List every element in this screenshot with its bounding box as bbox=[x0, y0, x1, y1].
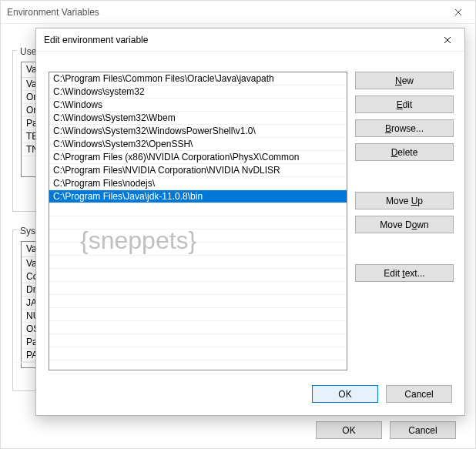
env-vars-title: Environment Variables bbox=[7, 7, 99, 18]
system-var-row[interactable]: OS bbox=[22, 323, 37, 336]
path-entry[interactable]: C:\Program Files\Common Files\Oracle\Jav… bbox=[49, 72, 347, 85]
path-entry-empty[interactable] bbox=[49, 216, 347, 230]
edit-text-button[interactable]: Edit text... bbox=[355, 264, 454, 282]
system-var-row[interactable]: NU bbox=[22, 310, 37, 323]
edit-env-var-bottom-buttons: OK Cancel bbox=[312, 385, 452, 403]
path-entry-empty[interactable] bbox=[49, 269, 347, 282]
move-up-button[interactable]: Move Up bbox=[355, 192, 454, 209]
edit-button[interactable]: Edit bbox=[355, 95, 454, 113]
path-entry[interactable]: C:\Program Files\NVIDIA Corporation\NVID… bbox=[49, 164, 347, 177]
system-var-row[interactable]: Co bbox=[22, 270, 37, 283]
user-var-row[interactable]: Va bbox=[22, 78, 37, 91]
env-vars-titlebar: Environment Variables bbox=[1, 1, 475, 24]
path-entry-empty[interactable] bbox=[49, 347, 347, 360]
delete-button[interactable]: Delete bbox=[355, 143, 454, 161]
edit-env-var-title: Edit environment variable bbox=[44, 35, 148, 45]
path-entry[interactable]: C:\Windows bbox=[49, 99, 347, 112]
move-down-button[interactable]: Move Down bbox=[355, 216, 454, 233]
user-var-row[interactable]: Pa bbox=[22, 117, 37, 130]
user-var-row[interactable]: TE bbox=[22, 130, 37, 143]
edit-env-var-body: C:\Program Files\Common Files\Oracle\Jav… bbox=[49, 72, 452, 403]
system-var-row[interactable]: JA bbox=[22, 297, 37, 310]
path-entry-empty[interactable] bbox=[49, 230, 347, 243]
path-entry[interactable]: C:\Program Files\nodejs\ bbox=[49, 177, 347, 190]
edit-env-var-cancel-button[interactable]: Cancel bbox=[386, 385, 452, 403]
path-entry[interactable]: C:\Windows\System32\OpenSSH\ bbox=[49, 138, 347, 151]
user-vars-header: Va bbox=[22, 62, 37, 78]
user-var-row[interactable]: TN bbox=[22, 143, 37, 156]
path-entry[interactable]: C:\Windows\System32\WindowsPowerShell\v1… bbox=[49, 125, 347, 138]
close-icon bbox=[444, 36, 451, 44]
close-icon bbox=[454, 8, 462, 16]
path-entry[interactable]: C:\Program Files\Java\jdk-11.0.8\bin bbox=[49, 190, 347, 203]
path-entry-empty[interactable] bbox=[49, 321, 347, 334]
system-var-row[interactable]: Pa bbox=[22, 336, 37, 349]
env-vars-ok-button[interactable]: OK bbox=[316, 421, 382, 439]
path-entry-empty[interactable] bbox=[49, 282, 347, 295]
path-entry-empty[interactable] bbox=[49, 295, 347, 308]
edit-env-var-dialog: Edit environment variable C:\Program Fil… bbox=[35, 28, 465, 416]
path-entry[interactable]: C:\Program Files (x86)\NVIDIA Corporatio… bbox=[49, 151, 347, 164]
env-vars-cancel-button[interactable]: Cancel bbox=[390, 421, 456, 439]
new-button[interactable]: New bbox=[355, 72, 454, 89]
edit-env-var-titlebar: Edit environment variable bbox=[36, 28, 464, 52]
path-entry-empty[interactable] bbox=[49, 334, 347, 347]
user-var-row[interactable]: On bbox=[22, 104, 37, 117]
side-button-column: New Edit Browse... Delete Move Up Move D… bbox=[355, 72, 454, 282]
path-entry-empty[interactable] bbox=[49, 243, 347, 256]
browse-button[interactable]: Browse... bbox=[355, 119, 454, 137]
system-var-row[interactable]: Dr bbox=[22, 283, 37, 297]
env-vars-close-button[interactable] bbox=[441, 1, 475, 24]
env-vars-bottom-buttons: OK Cancel bbox=[316, 421, 456, 439]
user-var-row[interactable]: On bbox=[22, 91, 37, 104]
system-var-row[interactable]: Va bbox=[22, 257, 37, 270]
path-entry[interactable]: C:\Windows\system32 bbox=[49, 85, 347, 99]
edit-env-var-close-button[interactable] bbox=[430, 28, 464, 52]
system-vars-header: Va bbox=[22, 242, 37, 257]
edit-env-var-ok-button[interactable]: OK bbox=[312, 385, 378, 403]
system-var-row[interactable]: PA bbox=[22, 349, 37, 362]
path-entry-empty[interactable] bbox=[49, 308, 347, 321]
path-entry[interactable]: C:\Windows\System32\Wbem bbox=[49, 112, 347, 125]
path-entries-listbox[interactable]: C:\Program Files\Common Files\Oracle\Jav… bbox=[49, 72, 347, 370]
path-entry-empty[interactable] bbox=[49, 256, 347, 269]
path-entry-empty[interactable] bbox=[49, 203, 347, 216]
